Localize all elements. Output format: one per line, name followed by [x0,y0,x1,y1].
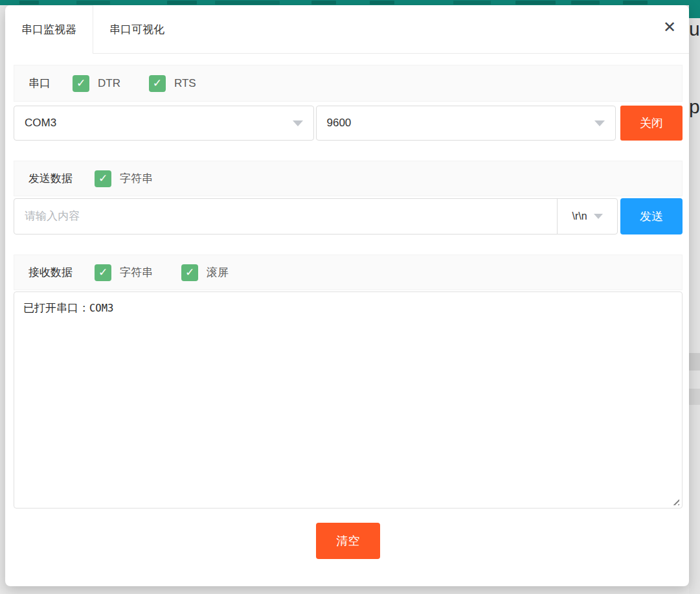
toolbar-fragment [76,1,110,5]
background-block [689,389,700,405]
chevron-down-icon [594,120,605,126]
background-block [689,353,700,371]
rts-label: RTS [174,77,196,90]
port-select-value: COM3 [25,117,56,130]
background-toolbar [0,0,700,5]
background-partial-text: p [689,96,700,118]
dialog-tabbar: 串口监视器 串口可视化 ✕ [5,5,689,54]
tab-label: 串口可视化 [109,22,164,37]
dtr-label: DTR [98,77,120,90]
dtr-checkbox[interactable]: ✓ DTR [73,75,120,92]
background-page-strip: u p [689,5,700,594]
clear-button-row: 清空 [14,523,683,559]
send-string-checkbox[interactable]: ✓ 字符串 [95,170,153,187]
send-content-input[interactable] [14,199,557,234]
resize-grip[interactable] [671,497,679,505]
clear-button[interactable]: 清空 [316,523,380,559]
log-port-value: COM3 [89,303,113,314]
dialog-content: 串口 ✓ DTR ✓ RTS COM3 9600 [5,65,689,559]
toolbar-fragment [311,1,336,5]
send-data-header: 发送数据 ✓ 字符串 [14,161,683,196]
baudrate-select-value: 9600 [327,117,352,130]
log-prefix: 已打开串口： [23,302,89,314]
toolbar-fragment [19,1,39,5]
send-data-section: 发送数据 ✓ 字符串 \r\n 发送 [14,161,683,234]
serial-port-header: 串口 ✓ DTR ✓ RTS [14,65,683,102]
receive-string-checkbox[interactable]: ✓ 字符串 [95,264,153,281]
background-partial-text: u [689,18,700,40]
chevron-down-icon [594,214,603,219]
check-icon: ✓ [181,264,198,281]
baudrate-select[interactable]: 9600 [316,106,616,141]
toolbar-fragment [571,1,600,5]
check-icon: ✓ [95,170,111,187]
autoscroll-checkbox[interactable]: ✓ 滚屏 [181,264,229,281]
background-navbar-edge [689,5,700,18]
send-data-controls: \r\n 发送 [14,198,683,234]
send-input-group: \r\n [14,198,618,234]
autoscroll-label: 滚屏 [207,265,229,280]
serial-port-section: 串口 ✓ DTR ✓ RTS COM3 9600 [14,65,683,141]
serial-port-label: 串口 [28,76,51,91]
send-data-label: 发送数据 [28,171,73,186]
chevron-down-icon [293,120,303,126]
toolbar-fragment [370,1,394,5]
receive-string-label: 字符串 [120,265,153,280]
receive-data-label: 接收数据 [28,265,73,280]
check-icon: ✓ [95,264,111,281]
send-button[interactable]: 发送 [620,198,683,234]
line-ending-value: \r\n [572,211,587,222]
toolbar-fragment [167,1,197,5]
serial-monitor-dialog: 串口监视器 串口可视化 ✕ 串口 ✓ DTR ✓ RTS COM3 [5,5,689,586]
toolbar-fragment [515,1,556,5]
close-icon[interactable]: ✕ [663,19,676,35]
tab-serial-monitor[interactable]: 串口监视器 [5,5,93,53]
toolbar-fragment [453,1,491,5]
toolbar-fragment [215,1,280,5]
receive-data-section: 接收数据 ✓ 字符串 ✓ 滚屏 已打开串口：COM3 [14,255,683,508]
check-icon: ✓ [149,75,166,92]
port-select[interactable]: COM3 [14,106,314,141]
serial-port-controls: COM3 9600 关闭 [14,106,683,141]
receive-log-area[interactable]: 已打开串口：COM3 [14,291,683,508]
tab-serial-visualization[interactable]: 串口可视化 [93,5,181,53]
toolbar-fragment [623,1,648,5]
receive-data-header: 接收数据 ✓ 字符串 ✓ 滚屏 [14,255,683,290]
line-ending-select[interactable]: \r\n [557,199,617,234]
check-icon: ✓ [73,75,89,92]
rts-checkbox[interactable]: ✓ RTS [149,75,196,92]
close-port-button[interactable]: 关闭 [620,106,683,141]
send-string-label: 字符串 [120,171,153,186]
tab-label: 串口监视器 [21,22,76,37]
